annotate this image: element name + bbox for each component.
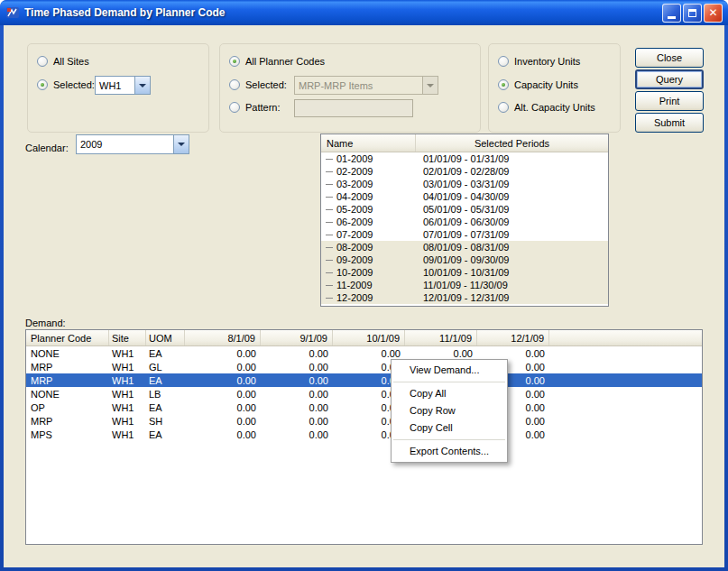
demand-cell: 0.00 (261, 402, 333, 413)
demand-row[interactable]: OPWH1EA0.000.000.000.000.00 (26, 401, 702, 414)
radio-label: Alt. Capacity Units (514, 102, 595, 113)
period-range: 01/01/09 - 01/31/09 (416, 153, 608, 164)
demand-body: NONEWH1EA0.000.000.000.000.00MRPWH1GL0.0… (26, 346, 702, 441)
demand-column-header[interactable]: 12/1/09 (477, 330, 549, 345)
menu-item-copy-row[interactable]: Copy Row (392, 402, 507, 419)
tree-branch-icon (326, 209, 333, 210)
period-row[interactable]: 02-200902/01/09 - 02/28/09 (321, 165, 608, 178)
demand-table: Planner CodeSiteUOM8/1/099/1/0910/1/0911… (25, 329, 703, 545)
menu-separator (393, 439, 505, 440)
demand-cell: EA (146, 429, 185, 440)
demand-row[interactable]: MRPWH1GL0.000.000.000.000.00 (26, 360, 702, 373)
demand-cell: MRP (26, 362, 109, 373)
demand-cell: 0.00 (405, 348, 477, 359)
demand-cell: NONE (26, 348, 109, 359)
chevron-down-icon (178, 143, 185, 146)
radio-off-icon (229, 79, 240, 90)
pattern-input (294, 99, 413, 117)
demand-cell: 0.00 (185, 429, 261, 440)
print-button[interactable]: Print (635, 91, 704, 111)
demand-cell: NONE (26, 389, 109, 400)
calendar-label: Calendar: (25, 143, 69, 153)
period-range: 12/01/09 - 12/31/09 (416, 292, 608, 303)
demand-row[interactable]: MRPWH1SH0.000.000.000.000.00 (26, 414, 702, 428)
radio-pattern[interactable]: Pattern: (229, 101, 281, 114)
units-groupbox: Inventory Units Capacity Units Alt. Capa… (488, 43, 621, 133)
tree-branch-icon (326, 247, 333, 248)
demand-column-header[interactable]: 8/1/09 (185, 330, 261, 345)
demand-cell: WH1 (109, 348, 146, 359)
demand-cell: 0.00 (185, 389, 261, 400)
radio-alt-capacity-units[interactable]: Alt. Capacity Units (498, 101, 595, 114)
radio-capacity-units[interactable]: Capacity Units (498, 78, 578, 91)
radio-selected-site[interactable]: Selected: (37, 78, 95, 91)
demand-cell: EA (146, 375, 185, 386)
period-row[interactable]: 07-200907/01/09 - 07/31/09 (321, 228, 608, 241)
demand-label: Demand: (25, 318, 66, 328)
demand-cell: WH1 (109, 362, 146, 373)
periods-column-selected-periods[interactable]: Selected Periods (416, 134, 608, 152)
maximize-button[interactable] (683, 4, 702, 23)
demand-row[interactable]: MPSWH1EA0.000.000.000.000.00 (26, 428, 702, 441)
demand-column-header[interactable]: 9/1/09 (261, 330, 333, 345)
demand-cell: 0.00 (261, 375, 333, 386)
menu-item-copy-all[interactable]: Copy All (392, 385, 507, 402)
demand-cell: MRP (26, 375, 109, 386)
site-combobox[interactable]: WH1 (95, 76, 151, 95)
period-range: 07/01/09 - 07/31/09 (416, 229, 608, 240)
sites-groupbox: All Sites Selected: WH1 (27, 43, 209, 133)
radio-all-sites[interactable]: All Sites (37, 55, 89, 68)
demand-column-header[interactable]: Planner Code (26, 330, 109, 345)
radio-on-icon (37, 79, 48, 90)
period-row[interactable]: 01-200901/01/09 - 01/31/09 (321, 152, 608, 165)
period-row[interactable]: 03-200903/01/09 - 03/31/09 (321, 178, 608, 190)
period-row[interactable]: 06-200906/01/09 - 06/30/09 (321, 216, 608, 228)
demand-cell: 0.00 (185, 362, 261, 373)
menu-item-copy-cell[interactable]: Copy Cell (392, 419, 507, 437)
demand-column-header[interactable]: UOM (146, 330, 185, 345)
demand-cell: 0.00 (261, 348, 333, 359)
menu-item-view-demand[interactable]: View Demand... (392, 362, 507, 379)
menu-item-export-contents[interactable]: Export Contents... (392, 443, 507, 460)
radio-label: All Sites (53, 56, 89, 67)
tree-branch-icon (326, 298, 333, 299)
app-icon (5, 5, 20, 20)
period-row[interactable]: 09-200909/01/09 - 09/30/09 (321, 253, 608, 266)
demand-column-header[interactable]: 11/1/09 (405, 330, 477, 345)
demand-column-header[interactable]: 10/1/09 (333, 330, 405, 345)
minimize-button[interactable] (662, 4, 681, 23)
period-row[interactable]: 04-200904/01/09 - 04/30/09 (321, 190, 608, 203)
close-button[interactable]: Close (635, 48, 704, 68)
submit-button[interactable]: Submit (635, 113, 704, 133)
period-range: 09/01/09 - 09/30/09 (416, 254, 608, 265)
demand-row[interactable]: NONEWH1LB0.000.000.000.000.00 (26, 387, 702, 401)
period-name: 02-2009 (336, 166, 416, 177)
titlebar[interactable]: Time Phased Demand by Planner Code ✕ (0, 0, 728, 25)
period-row[interactable]: 12-200912/01/09 - 12/31/09 (321, 291, 608, 304)
demand-column-header[interactable]: Site (109, 330, 146, 345)
period-row[interactable]: 05-200905/01/09 - 05/31/09 (321, 203, 608, 216)
radio-off-icon (229, 102, 240, 113)
demand-cell: 0.00 (333, 348, 405, 359)
periods-header: Name Selected Periods (321, 134, 608, 152)
close-window-button[interactable]: ✕ (704, 4, 723, 23)
period-row[interactable]: 11-200911/01/09 - 11/30/09 (321, 279, 608, 291)
periods-column-name[interactable]: Name (321, 134, 416, 152)
radio-selected-planner[interactable]: Selected: (229, 78, 287, 91)
period-row[interactable]: 10-200910/01/09 - 10/31/09 (321, 266, 608, 279)
radio-inventory-units[interactable]: Inventory Units (498, 55, 580, 68)
demand-row[interactable]: NONEWH1EA0.000.000.000.000.00 (26, 346, 702, 360)
planner-combobox: MRP-MRP Items (294, 76, 438, 95)
demand-row[interactable]: MRPWH1EA0.000.000.000.000.00 (26, 373, 702, 387)
dialog-body: All Sites Selected: WH1 All Planner Code… (4, 25, 724, 567)
radio-off-icon (498, 102, 509, 113)
combobox-dropdown-icon[interactable] (134, 77, 150, 94)
radio-all-planner-codes[interactable]: All Planner Codes (229, 55, 325, 68)
query-button[interactable]: Query (635, 69, 704, 89)
period-name: 11-2009 (336, 280, 416, 290)
combobox-dropdown-icon[interactable] (173, 135, 189, 153)
period-row[interactable]: 08-200908/01/09 - 08/31/09 (321, 241, 608, 253)
calendar-combobox[interactable]: 2009 (76, 134, 189, 154)
demand-cell: EA (146, 348, 185, 359)
demand-header-filler (549, 330, 702, 345)
